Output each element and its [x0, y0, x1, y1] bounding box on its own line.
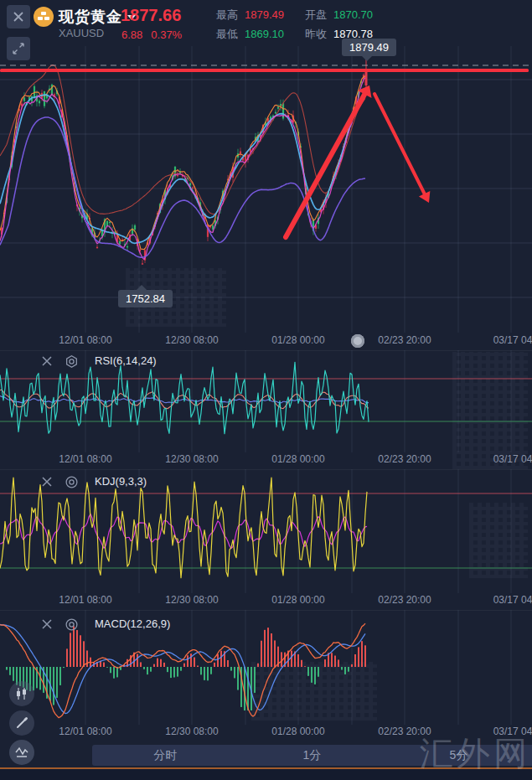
- axis-label: 03/17 04: [493, 594, 532, 606]
- axis-label: 03/17 04: [493, 453, 532, 465]
- site-watermark: 汇外网: [420, 731, 530, 777]
- stat-value: 1869.10: [245, 28, 284, 40]
- panel-close-icon[interactable]: [40, 475, 54, 488]
- axis-label: 12/30 08:00: [165, 334, 218, 346]
- collapse-arrows-icon: [12, 42, 25, 55]
- panel-close-icon[interactable]: [40, 617, 54, 631]
- panel-close-icon[interactable]: [40, 354, 54, 368]
- rsi-time-axis: 12/01 08:00 12/30 08:00 01/28 00:00 02/2…: [0, 453, 532, 470]
- stat-high: 最高1879.49: [216, 8, 284, 23]
- macd-panel-header: MACD(12,26,9): [0, 617, 532, 633]
- panel-settings-icon[interactable]: [65, 475, 79, 489]
- close-chart-button[interactable]: [7, 5, 30, 28]
- panel-title: MACD(12,26,9): [95, 617, 170, 630]
- main-time-axis: 12/01 08:00 12/30 08:00 01/28 00:00 02/2…: [0, 334, 532, 351]
- axis-label: 12/30 08:00: [165, 726, 218, 737]
- chart-type-button[interactable]: [9, 681, 34, 706]
- header: 现货黄金 XAUUSD 1877.66 6.880.37% 最高1879.49 …: [0, 0, 532, 47]
- axis-label: 01/28 00:00: [271, 594, 324, 606]
- axis-label: 12/01 08:00: [59, 726, 111, 737]
- draw-tool-button[interactable]: [9, 710, 34, 736]
- trading-app: 现货黄金 XAUUSD 1877.66 6.880.37% 最高1879.49 …: [0, 0, 532, 780]
- candlestick-icon: [15, 687, 28, 700]
- wave-line-icon: [14, 745, 29, 760]
- axis-label: 03/17 04: [493, 334, 532, 346]
- symbol-code: XAUUSD: [59, 27, 104, 39]
- rsi-panel-header: RSI(6,14,24): [0, 354, 532, 370]
- stat-label: 最高: [216, 8, 238, 21]
- main-chart-canvas[interactable]: [0, 0, 532, 333]
- stat-prev-close: 昨收1870.78: [305, 27, 373, 42]
- change-percent: 0.37%: [151, 28, 182, 41]
- indicator-button[interactable]: [9, 740, 34, 765]
- axis-label: 02/23 20:00: [378, 453, 431, 465]
- stat-label: 开盘: [305, 8, 327, 21]
- stat-value: 1870.78: [333, 28, 373, 40]
- axis-label: 12/01 08:00: [59, 334, 111, 346]
- stat-low: 最低1869.10: [216, 27, 284, 42]
- axis-label: 02/23 20:00: [378, 594, 431, 606]
- axis-label: 01/28 00:00: [271, 726, 324, 737]
- kdj-time-axis: 12/01 08:00 12/30 08:00 01/28 00:00 02/2…: [0, 594, 532, 611]
- kdj-panel-header: KDJ(9,3,3): [0, 474, 532, 491]
- tab-fenshi[interactable]: 分时: [92, 745, 239, 766]
- pencil-icon: [15, 716, 28, 730]
- panel-settings-icon[interactable]: [65, 354, 79, 369]
- axis-label: 02/23 20:00: [378, 334, 431, 346]
- stat-value: 1870.70: [333, 8, 373, 21]
- axis-label: 12/01 08:00: [59, 594, 111, 606]
- timeline-slider-handle[interactable]: [351, 334, 364, 348]
- panel-title: KDJ(9,3,3): [95, 475, 147, 488]
- panel-settings-icon[interactable]: [65, 617, 79, 632]
- panel-title: RSI(6,14,24): [95, 354, 157, 367]
- axis-label: 12/01 08:00: [59, 453, 111, 465]
- axis-label: 12/30 08:00: [165, 594, 218, 606]
- stat-label: 昨收: [305, 28, 327, 40]
- tooltip-pointer: [137, 285, 147, 290]
- stat-open: 开盘1870.70: [305, 8, 373, 23]
- symbol-name: 现货黄金: [59, 8, 122, 25]
- axis-label: 01/28 00:00: [271, 453, 324, 465]
- gold-coin-icon: [34, 7, 54, 27]
- last-price: 1877.66: [121, 6, 181, 25]
- price-change: 6.880.37%: [121, 28, 190, 41]
- change-value: 6.88: [121, 28, 142, 41]
- close-icon: [13, 11, 24, 23]
- low-price-tooltip: 1752.84: [118, 290, 173, 307]
- stat-value: 1879.49: [245, 8, 284, 21]
- tooltip-pointer: [362, 56, 372, 61]
- tab-1min[interactable]: 1分: [239, 745, 385, 766]
- collapse-chart-button[interactable]: [7, 37, 30, 60]
- axis-label: 12/30 08:00: [165, 453, 218, 465]
- stat-label: 最低: [216, 28, 238, 40]
- axis-label: 01/28 00:00: [271, 334, 324, 346]
- low-price-value: 1752.84: [126, 292, 165, 305]
